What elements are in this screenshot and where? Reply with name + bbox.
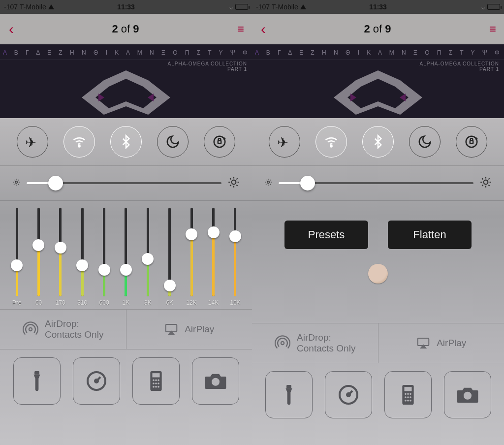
list-button[interactable]: ≡: [237, 22, 243, 36]
eq-band-310[interactable]: 310: [71, 208, 93, 306]
timer-icon: [337, 383, 360, 407]
rotation-lock-toggle[interactable]: [456, 126, 487, 158]
control-center: Pre601703106001K3K6K12K14K16K AirDrop: C…: [0, 118, 252, 445]
airdrop-button[interactable]: AirDrop: Contacts Only: [252, 323, 378, 363]
do-not-disturb-toggle[interactable]: [409, 126, 441, 158]
svg-point-38: [405, 393, 407, 395]
timer-button[interactable]: [325, 371, 372, 418]
calculator-icon: [398, 383, 418, 407]
eq-band-Pre[interactable]: Pre: [6, 208, 28, 306]
airplay-button[interactable]: AirPlay: [378, 323, 504, 363]
svg-point-43: [410, 396, 411, 398]
airplay-label: AirPlay: [437, 338, 466, 349]
camera-icon: [203, 371, 228, 391]
airplane-mode-toggle[interactable]: [269, 126, 300, 158]
airplane-mode-toggle[interactable]: [17, 126, 48, 158]
svg-point-20: [153, 386, 155, 388]
eq-band-12K[interactable]: 12K: [181, 208, 202, 306]
eq-band-170[interactable]: 170: [50, 208, 71, 306]
brightness-high-icon: [227, 176, 240, 191]
eq-band-1K[interactable]: 1K: [115, 208, 137, 306]
bluetooth-toggle[interactable]: [362, 126, 394, 158]
svg-point-46: [410, 400, 411, 402]
brightness-slider[interactable]: [279, 182, 473, 184]
svg-point-2: [78, 145, 80, 147]
svg-point-11: [95, 380, 98, 382]
wifi-icon: [300, 3, 306, 11]
status-bar: -107 T-Mobile 11:33 ⌵: [0, 0, 252, 14]
airplay-button[interactable]: AirPlay: [126, 310, 252, 349]
phone-left: -107 T-Mobile 11:33 ⌵ ‹ 2 of 9 ≡ Α Α Β Γ…: [0, 0, 252, 445]
brightness-slider[interactable]: [27, 182, 221, 184]
calculator-button[interactable]: [384, 371, 432, 418]
svg-point-22: [158, 386, 159, 388]
airdrop-title: AirDrop:: [45, 318, 103, 329]
eq-band-label: 14K: [208, 299, 219, 306]
svg-rect-9: [34, 371, 39, 375]
airdrop-mode: Contacts Only: [297, 343, 355, 354]
calculator-icon: [146, 369, 166, 393]
airdrop-icon: [274, 335, 291, 351]
svg-point-23: [211, 378, 219, 385]
eq-band-3K[interactable]: 3K: [137, 208, 158, 306]
camera-button[interactable]: [444, 371, 491, 418]
rotation-lock-toggle[interactable]: [204, 126, 235, 158]
wifi-toggle[interactable]: [315, 126, 347, 158]
clock: 11:33: [369, 3, 387, 11]
page-total: 9: [385, 23, 391, 35]
signal-strength: -107: [4, 3, 18, 11]
svg-point-45: [407, 400, 409, 402]
svg-rect-33: [286, 385, 291, 388]
eq-band-600[interactable]: 600: [94, 208, 115, 306]
flashlight-icon: [27, 369, 47, 393]
list-button[interactable]: ≡: [489, 22, 495, 36]
brightness-low-icon: [264, 178, 273, 189]
camera-button[interactable]: [192, 357, 239, 405]
eq-band-60[interactable]: 60: [28, 208, 49, 306]
svg-rect-4: [218, 141, 221, 144]
nav-bar: ‹ 2 of 9 ≡: [252, 14, 504, 44]
eq-band-14K[interactable]: 14K: [203, 208, 224, 306]
wifi-toggle[interactable]: [63, 126, 95, 158]
control-center: Presets Flatten AirDrop: Contacts Only A…: [252, 118, 504, 445]
bluetooth-icon: ⌵: [229, 3, 233, 11]
svg-point-41: [405, 396, 407, 398]
page-of-word: of: [121, 23, 130, 35]
do-not-disturb-toggle[interactable]: [157, 126, 189, 158]
presets-button[interactable]: Presets: [284, 221, 368, 249]
nav-bar: ‹ 2 of 9 ≡: [0, 14, 252, 44]
calculator-button[interactable]: [132, 357, 180, 405]
album-art: Α Β Γ Δ Ε Ζ Η Ν Θ Ι Κ Λ Μ Ν Ξ Ο Π Σ Τ Υ …: [252, 44, 504, 118]
svg-point-7: [29, 328, 32, 331]
flashlight-button[interactable]: [265, 371, 313, 418]
airdrop-title: AirDrop:: [297, 332, 355, 343]
greek-letter-row: Α Β Γ Δ Ε Ζ Η Ν Θ Ι Κ Λ Μ Ν Ξ Ο Π Σ Τ Υ …: [252, 44, 504, 60]
svg-point-29: [267, 181, 270, 184]
eq-band-label: 170: [56, 299, 65, 306]
airdrop-button[interactable]: AirDrop: Contacts Only: [0, 310, 126, 349]
wifi-icon: [48, 3, 54, 11]
phone-right: -107 T-Mobile 11:33 ⌵ ‹ 2 of 9 ≡ Α Β Γ Δ…: [252, 0, 504, 445]
back-button[interactable]: ‹: [261, 21, 266, 37]
equalizer: Pre601703106001K3K6K12K14K16K: [0, 201, 252, 310]
airdrop-mode: Contacts Only: [45, 329, 103, 340]
eq-band-16K[interactable]: 16K: [224, 208, 246, 306]
status-bar: -107 T-Mobile 11:33 ⌵: [252, 0, 504, 14]
bluetooth-toggle[interactable]: [110, 126, 142, 158]
flashlight-button[interactable]: [13, 357, 61, 405]
battery-icon: [487, 4, 500, 10]
svg-point-16: [158, 379, 159, 381]
album-art: Α Α Β Γ Δ Ε Ζ Η Ν Θ Ι Κ Λ Μ Ν Ξ Ο Π Σ Τ …: [0, 44, 252, 118]
svg-point-44: [405, 400, 407, 402]
svg-point-35: [347, 393, 350, 396]
brightness-row: [0, 166, 252, 201]
air-row: AirDrop: Contacts Only AirPlay: [0, 310, 252, 350]
flatten-button[interactable]: Flatten: [388, 221, 472, 249]
svg-point-31: [281, 342, 284, 345]
eq-band-6K[interactable]: 6K: [159, 208, 181, 306]
page-of-word: of: [373, 23, 382, 35]
airplay-icon: [416, 336, 431, 350]
timer-button[interactable]: [73, 357, 120, 405]
battery-icon: [235, 4, 248, 10]
back-button[interactable]: ‹: [9, 21, 14, 37]
